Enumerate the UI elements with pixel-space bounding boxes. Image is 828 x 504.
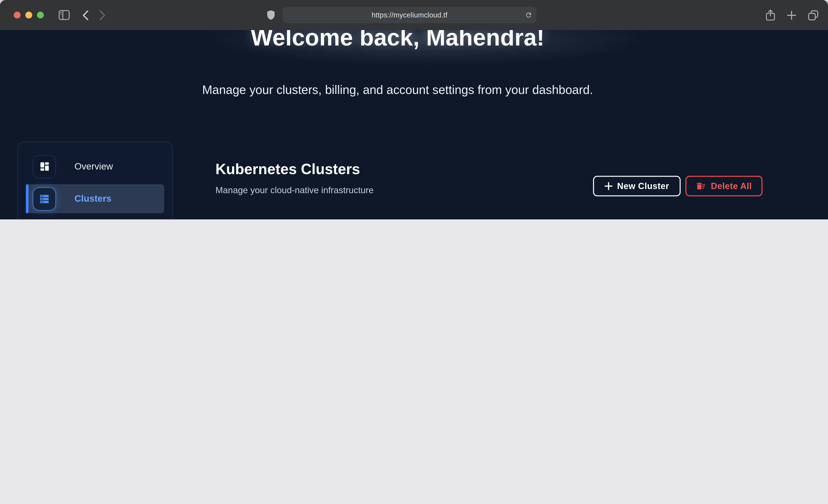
stage: https://myceliumcloud.tf <box>0 0 828 219</box>
back-button[interactable] <box>82 10 89 20</box>
sidebar-nav: Overview <box>17 141 173 219</box>
active-indicator-bar <box>26 184 28 213</box>
tab-overview-icon[interactable] <box>808 10 819 20</box>
servers-icon <box>33 187 56 210</box>
dashboard-icon <box>33 155 56 178</box>
zoom-window-button[interactable] <box>37 12 44 18</box>
sidebar-item-label: Clusters <box>75 193 112 204</box>
new-cluster-button[interactable]: New Cluster <box>593 176 680 197</box>
reload-icon[interactable] <box>525 11 532 19</box>
browser-window: https://myceliumcloud.tf <box>0 0 828 219</box>
new-cluster-label: New Cluster <box>617 181 669 191</box>
url-text[interactable]: https://myceliumcloud.tf <box>372 11 448 19</box>
delete-all-label: Delete All <box>711 181 752 191</box>
sidebar-toggle-icon[interactable] <box>58 10 70 20</box>
minimize-window-button[interactable] <box>25 12 32 18</box>
close-window-button[interactable] <box>14 12 21 18</box>
delete-all-button[interactable]: Delete All <box>686 176 762 197</box>
sidebar-item-label: Overview <box>75 161 113 172</box>
welcome-subtitle: Manage your clusters, billing, and accou… <box>0 83 795 97</box>
page-title: Kubernetes Clusters <box>215 161 763 178</box>
forward-button[interactable] <box>99 10 106 20</box>
dashboard-page: Welcome back, Mahendra! Manage your clus… <box>0 30 828 219</box>
toolbar-right-icons <box>766 9 819 20</box>
traffic-lights <box>14 12 44 18</box>
address-bar[interactable]: https://myceliumcloud.tf <box>282 7 536 23</box>
browser-toolbar: https://myceliumcloud.tf <box>0 0 828 30</box>
sidebar-item-clusters[interactable]: Clusters <box>26 184 164 213</box>
delete-sweep-icon <box>696 181 706 191</box>
header-actions: New Cluster Delete All <box>593 176 762 197</box>
privacy-shield-icon[interactable] <box>266 10 275 20</box>
sidebar-item-my-nodes[interactable]: My Nodes <box>26 216 164 219</box>
sidebar-item-overview[interactable]: Overview <box>26 152 164 181</box>
clusters-main: Kubernetes Clusters Manage your cloud-na… <box>215 161 763 196</box>
share-icon[interactable] <box>766 9 775 20</box>
new-tab-icon[interactable] <box>787 10 796 20</box>
plus-icon <box>605 182 612 190</box>
